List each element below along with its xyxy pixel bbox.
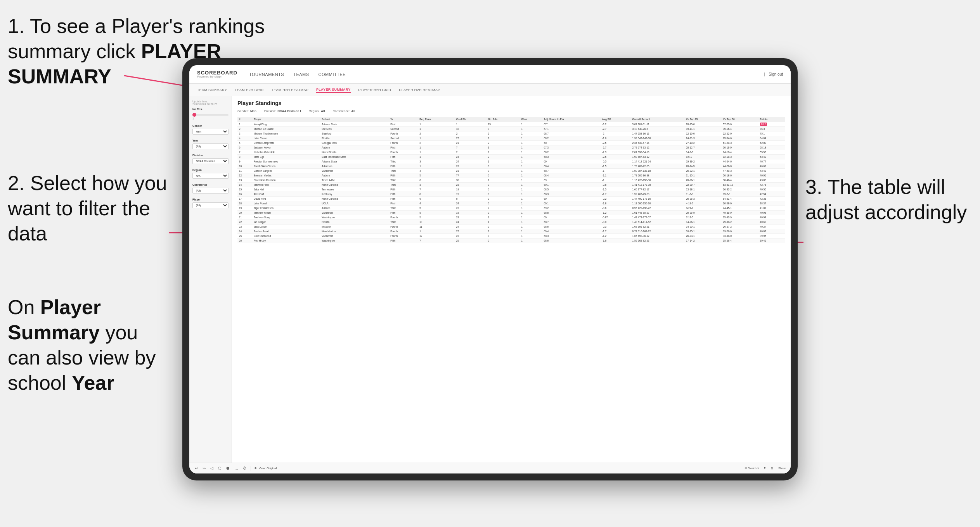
copy-button[interactable]: ⬡ (217, 465, 222, 471)
table-cell: -2.3 (601, 150, 631, 155)
table-row[interactable]: 4Luke ClatonFloridaSecond1272168.2-1.61.… (237, 136, 785, 141)
export-button[interactable]: ⬆ (764, 467, 766, 470)
table-row[interactable]: 1Wenyi DingArizona StateFirst1115167.1-3… (237, 122, 785, 127)
table-row[interactable]: 14Maxwell FordNorth CarolinaThird3230169… (237, 183, 785, 187)
col-yr: Yr (389, 117, 418, 122)
table-cell: 14-26-1 (684, 220, 721, 225)
table-cell: 28-15-0 (684, 122, 721, 127)
sidebar-gender: Gender Men (192, 124, 229, 135)
undo-button[interactable]: ↩ (194, 465, 199, 471)
nav-committee[interactable]: COMMITTEE (319, 71, 346, 78)
table-row[interactable]: 21Taehoon SongWashingtonFourth5231169-0.… (237, 215, 785, 220)
watch-button[interactable]: 👁 Watch ▾ (745, 467, 759, 470)
table-cell: -1.5 (601, 164, 631, 169)
redo-button[interactable]: ↪ (202, 465, 206, 471)
subnav-player-summary[interactable]: PLAYER SUMMARY (316, 87, 351, 93)
table-row[interactable]: 3Michael ThorbjornsenStanfordFourth22216… (237, 131, 785, 136)
table-cell: 1.50 387-133-18 (631, 169, 685, 173)
nav-tournaments[interactable]: TOURNAMENTS (249, 71, 284, 78)
table-cell: 65-54-6 (721, 136, 758, 141)
table-cell: 11 (418, 225, 455, 229)
table-cell: 28-12-7 (684, 145, 721, 150)
dots-button[interactable]: … (234, 465, 239, 471)
data-area: Player Standings Gender: Men Division: N… (232, 96, 791, 463)
view-original[interactable]: 👁 View: Original (254, 467, 277, 470)
conference-select[interactable]: (All) (192, 188, 229, 194)
player-select[interactable]: (All) (192, 202, 229, 208)
table-cell: 1 (519, 183, 542, 187)
table-row[interactable]: 15Jake HallTennesseeFifth7180168.5-1.51.… (237, 187, 785, 192)
table-cell: 15 (487, 122, 520, 127)
table-row[interactable]: 10Jacob Skov OlesenArkansasFifth1230168.… (237, 164, 785, 169)
table-row[interactable]: 11Gordon SargentVanderbiltThird4210168.7… (237, 169, 785, 173)
nav-teams[interactable]: TEAMS (293, 71, 309, 78)
subnav-player-h2h-grid[interactable]: PLAYER H2H GRID (358, 87, 391, 93)
table-cell: 3 (418, 183, 455, 187)
table-row[interactable]: 23Jack LundinMissouriFourth11240168.6-0.… (237, 225, 785, 229)
table-cell: -2.5 (601, 141, 631, 145)
subnav-player-h2h-heatmap[interactable]: PLAYER H2H HEATMAP (399, 87, 440, 93)
paste-button[interactable]: ⬢ (225, 465, 230, 471)
division-select[interactable]: NCAA Division I (192, 158, 229, 164)
subnav-team-h2h-heatmap[interactable]: TEAM H2H HEATMAP (271, 87, 308, 93)
table-row[interactable]: 2Michael Le SasseOle MissSecond1180167.1… (237, 127, 785, 131)
table-cell: -2.7 (601, 145, 631, 150)
table-cell: 1 (237, 122, 252, 127)
table-row[interactable]: 5Christo LamprechtGeorgia TechFourth2212… (237, 141, 785, 145)
table-row[interactable]: 8Mats EgeEast Tennessee StateFifth124216… (237, 155, 785, 159)
filter-gender: Gender: Men (237, 109, 256, 113)
table-row[interactable]: 17David FordNorth CarolinaFifth900169-0.… (237, 197, 785, 201)
table-row[interactable]: 22Ian GilliganFloridaThird10241168.7-0.8… (237, 220, 785, 225)
table-cell: North Florida (320, 150, 389, 155)
subnav-team-summary[interactable]: TEAM SUMMARY (197, 87, 227, 93)
tablet-device: SCOREBOARD Powered by clippi TOURNAMENTS… (182, 58, 798, 480)
table-cell: 68.3 (542, 155, 601, 159)
subnav-team-h2h-grid[interactable]: TEAM H2H GRID (235, 87, 263, 93)
table-cell: 40.69 (758, 220, 785, 225)
table-cell: 1.61 448-85-27 (631, 211, 685, 215)
table-row[interactable]: 13Phichaksn MaichonTexas A&MThird6301169… (237, 178, 785, 183)
table-cell: 46.77 (758, 159, 785, 164)
table-row[interactable]: 6Jackson KoivunAuburnFirst173167.3-2.72.… (237, 145, 785, 150)
sign-out-link[interactable]: Sign out (769, 72, 783, 76)
table-cell: 1.41 412-179-38 (631, 183, 685, 187)
region-select[interactable]: N/A (192, 173, 229, 179)
table-row[interactable]: 25Cole SherwoodVanderbiltFourth12230168.… (237, 234, 785, 238)
table-row[interactable]: 7Nicholas GabrelcikNorth FloridaFourth12… (237, 150, 785, 155)
table-cell: 8-6-1 (684, 155, 721, 159)
table-cell: Arizona State (320, 122, 389, 127)
table-cell: 13-18-1 (684, 187, 721, 192)
table-cell: Fifth (389, 192, 418, 197)
table-cell: Nicholas Gabrelcik (252, 150, 320, 155)
table-cell: 69 (542, 178, 601, 183)
col-vs-top25: Vs Top 25 (684, 117, 721, 122)
table-cell: Taehoon Song (252, 215, 320, 220)
slider-no-rds[interactable] (192, 112, 229, 116)
table-cell: 1 (519, 215, 542, 220)
table-cell: Michael Le Sasse (252, 127, 320, 131)
table-row[interactable]: 18Luke PowellUCLAFirst4240169.1-1.81.13 … (237, 201, 785, 206)
table-cell: 1 (519, 141, 542, 145)
grid-button[interactable]: ⊞ (771, 467, 774, 470)
table-cell: -1.7 (601, 229, 631, 234)
table-row[interactable]: 16Alex GoffKentuckyFifth8190168.3-1.71.9… (237, 192, 785, 197)
table-row[interactable]: 12Brendan ValdesAuburnFifth5770168.4-1.1… (237, 173, 785, 178)
gender-select[interactable]: Men (192, 129, 229, 135)
table-row[interactable]: 19Tiger ChristensenArizonaThird5232169.2… (237, 206, 785, 211)
table-cell: 12 (237, 173, 252, 178)
table-cell: 3 (418, 159, 455, 164)
table-row[interactable]: 9Preston SummerhaysArizona StateThird324… (237, 159, 785, 164)
table-cell: David Ford (252, 197, 320, 201)
table-row[interactable]: 24Bastien AmatNew MexicoFourth1272169.4-… (237, 229, 785, 234)
clock-button[interactable]: ⏱ (242, 465, 248, 471)
back-button[interactable]: ◁ (210, 465, 214, 471)
table-cell: Jacob Skov Olesen (252, 164, 320, 169)
table-cell: Fourth (389, 131, 418, 136)
table-cell: 24 (455, 225, 487, 229)
table-row[interactable]: 26Petr HrubyWashingtonFifth7250168.6-1.6… (237, 238, 785, 243)
table-cell: 43.83 (758, 178, 785, 183)
filter-conference-label: Conference: (333, 109, 350, 113)
share-button[interactable]: Share (778, 467, 786, 470)
table-row[interactable]: 20Matthew RiedelVanderbiltFifth5180168.8… (237, 211, 785, 215)
year-select[interactable]: (All) (192, 143, 229, 149)
